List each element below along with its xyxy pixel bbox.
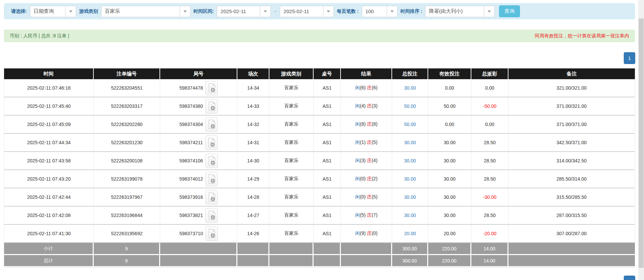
video-replay-button[interactable] xyxy=(205,117,218,132)
bet-records-table-wrap: 时间注单编号局号场次游戏类别桌号结果总投注有效投注总派彩备注 2025-02-1… xyxy=(4,68,635,268)
summary-cell: 9 xyxy=(94,243,160,255)
query-type-value: 日期查询 xyxy=(30,6,65,17)
column-header: 总投注 xyxy=(392,68,428,79)
video-replay-button[interactable] xyxy=(205,99,218,114)
cell-session: 14-31 xyxy=(237,134,269,152)
date-to-select[interactable]: 2025-02-11 xyxy=(280,6,334,17)
total-bet-link[interactable]: 20.00 xyxy=(404,231,416,236)
cell-table-no: AS1 xyxy=(314,79,341,97)
cell-result: 闲(8) 庄(8) xyxy=(341,116,392,134)
cell-time: 2025-02-11 07:46:18 xyxy=(4,79,94,97)
video-replay-button[interactable] xyxy=(205,154,218,168)
cell-total-bet: 30.00 xyxy=(392,188,428,207)
player-result: 闲 xyxy=(355,121,360,127)
player-result: 闲 xyxy=(355,194,360,199)
pagination-page-1-bottom[interactable]: 1 xyxy=(624,276,635,280)
cell-time: 2025-02-11 07:42:44 xyxy=(4,188,94,207)
cell-valid-bet: 30.00 xyxy=(428,188,471,207)
game-type-value: 百家乐 xyxy=(101,6,180,17)
video-replay-button[interactable] xyxy=(205,81,218,95)
table-row: 2025-02-11 07:46:18522263204551598374478… xyxy=(4,79,635,97)
cell-valid-bet: 50.00 xyxy=(428,97,471,116)
round-number: 598374211 xyxy=(179,140,203,145)
video-replay-icon xyxy=(208,156,215,165)
round-number: 598374478 xyxy=(179,85,203,91)
total-bet-link[interactable]: 30.00 xyxy=(404,213,416,218)
column-header: 时间 xyxy=(4,68,94,79)
player-result: 闲 xyxy=(355,212,360,218)
cell-total-bet: 20.00 xyxy=(392,225,428,243)
player-result: 闲 xyxy=(355,230,360,236)
cell-game: 百家乐 xyxy=(269,79,314,97)
total-bet-link[interactable]: 30.00 xyxy=(404,140,416,145)
video-replay-button[interactable] xyxy=(205,190,218,205)
range-separator: ~ xyxy=(274,8,277,14)
total-bet-link[interactable]: 30.00 xyxy=(404,85,416,91)
player-result: 闲 xyxy=(355,85,360,90)
video-replay-button[interactable] xyxy=(205,135,218,150)
query-type-select[interactable]: 日期查询 xyxy=(30,6,76,17)
round-number: 598373916 xyxy=(179,194,203,200)
cell-valid-bet: 30.00 xyxy=(428,207,471,225)
total-bet-link[interactable]: 50.00 xyxy=(404,122,416,127)
video-replay-button[interactable] xyxy=(205,208,218,223)
time-sort-select[interactable]: 降幂(由大到小) xyxy=(425,6,495,17)
cell-time: 2025-02-11 07:43:58 xyxy=(4,152,94,170)
date-to-value: 2025-02-11 xyxy=(280,6,323,17)
total-bet-link[interactable]: 50.00 xyxy=(404,103,416,109)
cell-table-no: AS1 xyxy=(314,225,341,243)
cell-time: 2025-02-11 07:45:40 xyxy=(4,97,94,116)
cell-table-no: AS1 xyxy=(314,97,341,116)
cell-bet-id: 522263203317 xyxy=(94,97,160,116)
cell-total-bet: 30.00 xyxy=(392,79,428,97)
cell-session: 14-33 xyxy=(237,97,269,116)
total-bet-link[interactable]: 30.00 xyxy=(404,158,416,163)
total-bet-link[interactable]: 30.00 xyxy=(404,176,416,182)
table-row: 2025-02-11 07:45:09522263202280598374304… xyxy=(4,116,635,134)
cell-result: 闲(4) 庄(3) xyxy=(341,97,392,116)
cell-round: 598374012 xyxy=(160,170,237,188)
player-result: 闲 xyxy=(355,176,360,181)
cell-time: 2025-02-11 07:42:08 xyxy=(4,207,94,225)
cell-remark: 371.00/371.00 xyxy=(508,116,635,134)
total-bet-link[interactable]: 30.00 xyxy=(404,194,416,200)
cell-session: 14-34 xyxy=(237,79,269,97)
cell-bet-id: 522263204551 xyxy=(94,79,160,97)
per-page-select[interactable]: 100 xyxy=(362,6,398,17)
cell-total-bet: 30.00 xyxy=(392,134,428,152)
column-header: 桌号 xyxy=(314,68,341,79)
cell-session: 14-30 xyxy=(237,152,269,170)
cell-payout: 28.50 xyxy=(471,134,508,152)
cell-time: 2025-02-11 07:43:20 xyxy=(4,170,94,188)
pagination-page-1-top[interactable]: 1 xyxy=(624,52,635,64)
game-type-select[interactable]: 百家乐 xyxy=(101,6,191,17)
cell-result: 闲(0) 庄(2) xyxy=(341,170,392,188)
cell-remark: 287.00/315.50 xyxy=(508,207,635,225)
cell-time: 2025-02-11 07:45:09 xyxy=(4,116,94,134)
cell-bet-id: 522263196844 xyxy=(94,207,160,225)
table-bottom-border xyxy=(4,267,635,268)
table-row: 2025-02-11 07:42:08522263196844598373821… xyxy=(4,207,635,225)
summary-cell: 220.00 xyxy=(428,255,471,267)
table-body: 2025-02-11 07:46:18522263204551598374478… xyxy=(4,79,635,267)
table-row: 2025-02-11 07:45:40522263203317598374380… xyxy=(4,97,635,116)
summary-cell: 总计 xyxy=(4,255,94,267)
date-from-select[interactable]: 2025-02-11 xyxy=(217,6,271,17)
cell-time: 2025-02-11 07:41:30 xyxy=(4,225,94,243)
video-replay-button[interactable] xyxy=(205,226,218,241)
cell-session: 14-28 xyxy=(237,188,269,207)
cell-result: 闲(1) 庄(5) xyxy=(341,134,392,152)
cell-time: 2025-02-11 07:44:34 xyxy=(4,134,94,152)
search-button[interactable]: 查询 xyxy=(499,5,520,17)
round-number: 598374106 xyxy=(179,158,203,163)
cell-round: 598373821 xyxy=(160,207,237,225)
scrollbar-thumb[interactable] xyxy=(639,19,644,268)
vertical-scrollbar[interactable] xyxy=(638,0,644,280)
date-from-value: 2025-02-11 xyxy=(217,6,260,17)
cell-payout: -50.00 xyxy=(471,97,508,116)
video-replay-button[interactable] xyxy=(205,172,218,186)
page: 请选择: 日期查询 游戏类别 百家乐 时间区间: 2025-02-11 ~ 20… xyxy=(0,0,644,280)
banker-result: 庄 xyxy=(367,212,372,218)
select-type-label: 请选择: xyxy=(11,8,27,14)
round-number: 598373821 xyxy=(179,213,203,218)
